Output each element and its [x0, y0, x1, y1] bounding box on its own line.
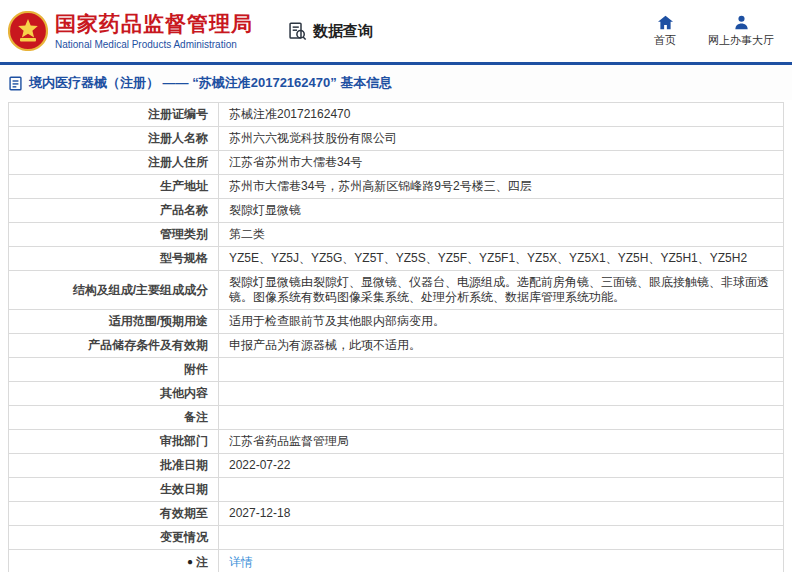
- row-value: [219, 526, 784, 550]
- row-label: 管理类别: [9, 223, 219, 247]
- table-row: 其他内容: [9, 382, 784, 406]
- row-value: 适用于检查眼前节及其他眼内部病变用。: [219, 310, 784, 334]
- row-label: 产品名称: [9, 199, 219, 223]
- row-value: [219, 382, 784, 406]
- document-icon: [8, 76, 23, 91]
- data-query-button[interactable]: 数据查询: [287, 21, 373, 42]
- row-value: [219, 358, 784, 382]
- row-label: 结构及组成/主要组成成分: [9, 271, 219, 310]
- row-value: [219, 406, 784, 430]
- row-value: 申报产品为有源器械，此项不适用。: [219, 334, 784, 358]
- national-emblem-logo: [8, 11, 48, 51]
- site-title: 国家药品监督管理局: [55, 12, 253, 35]
- row-label: 附件: [9, 358, 219, 382]
- data-query-label: 数据查询: [313, 22, 373, 41]
- row-value: 江苏省药品监督管理局: [219, 430, 784, 454]
- row-label: 适用范围/预期用途: [9, 310, 219, 334]
- table-row: 审批部门江苏省药品监督管理局: [9, 430, 784, 454]
- breadcrumb-text: 境内医疗器械（注册） —— “苏械注准20172162470” 基本信息: [29, 74, 392, 92]
- row-label: 备注: [9, 406, 219, 430]
- table-row: 管理类别第二类: [9, 223, 784, 247]
- table-row: 注册证编号苏械注准20172162470: [9, 103, 784, 127]
- row-label: 生效日期: [9, 478, 219, 502]
- row-label: 批准日期: [9, 454, 219, 478]
- row-label: 注册人名称: [9, 127, 219, 151]
- row-label: 注册证编号: [9, 103, 219, 127]
- table-row: 适用范围/预期用途适用于检查眼前节及其他眼内部病变用。: [9, 310, 784, 334]
- row-value: 裂隙灯显微镜由裂隙灯、显微镜、仪器台、电源组成。选配前房角镜、三面镜、眼底接触镜…: [219, 271, 784, 310]
- row-label: 产品储存条件及有效期: [9, 334, 219, 358]
- row-value: 苏州六六视觉科技股份有限公司: [219, 127, 784, 151]
- nav-hall-label: 网上办事大厅: [708, 33, 774, 48]
- row-label: 有效期至: [9, 502, 219, 526]
- row-value: YZ5E、YZ5J、YZ5G、YZ5T、YZ5S、YZ5F、YZ5F1、YZ5X…: [219, 247, 784, 271]
- header: 国家药品监督管理局 National Medical Products Admi…: [0, 0, 792, 62]
- table-row: 生产地址苏州市大儒巷34号，苏州高新区锦峰路9号2号楼三、四层: [9, 175, 784, 199]
- table-row: 附件: [9, 358, 784, 382]
- data-query-icon: [287, 21, 308, 42]
- row-label: 审批部门: [9, 430, 219, 454]
- nav-home-label: 首页: [654, 33, 676, 48]
- row-value: 苏州市大儒巷34号，苏州高新区锦峰路9号2号楼三、四层: [219, 175, 784, 199]
- table-row: 产品名称裂隙灯显微镜: [9, 199, 784, 223]
- nav-home[interactable]: 首页: [654, 15, 676, 48]
- row-value: 江苏省苏州市大儒巷34号: [219, 151, 784, 175]
- table-row: 结构及组成/主要组成成分裂隙灯显微镜由裂隙灯、显微镜、仪器台、电源组成。选配前房…: [9, 271, 784, 310]
- table-row: 批准日期2022-07-22: [9, 454, 784, 478]
- row-label: 其他内容: [9, 382, 219, 406]
- row-label: ●注: [9, 550, 219, 572]
- row-label: 型号规格: [9, 247, 219, 271]
- info-table: 注册证编号苏械注准20172162470注册人名称苏州六六视觉科技股份有限公司注…: [8, 102, 784, 572]
- row-value: 2027-12-18: [219, 502, 784, 526]
- brand: 国家药品监督管理局 National Medical Products Admi…: [8, 11, 253, 51]
- table-row: 备注: [9, 406, 784, 430]
- table-row: 有效期至2027-12-18: [9, 502, 784, 526]
- table-row: 注册人住所江苏省苏州市大儒巷34号: [9, 151, 784, 175]
- user-icon: [733, 15, 750, 30]
- row-value: 2022-07-22: [219, 454, 784, 478]
- breadcrumb: 境内医疗器械（注册） —— “苏械注准20172162470” 基本信息: [0, 65, 792, 100]
- row-value: 详情: [219, 550, 784, 572]
- table-row: 生效日期: [9, 478, 784, 502]
- table-row: 注册人名称苏州六六视觉科技股份有限公司: [9, 127, 784, 151]
- table-row: 变更情况: [9, 526, 784, 550]
- table-row: 型号规格YZ5E、YZ5J、YZ5G、YZ5T、YZ5S、YZ5F、YZ5F1、…: [9, 247, 784, 271]
- detail-link[interactable]: 详情: [229, 555, 253, 569]
- row-value: 裂隙灯显微镜: [219, 199, 784, 223]
- row-label: 注册人住所: [9, 151, 219, 175]
- row-value: 苏械注准20172162470: [219, 103, 784, 127]
- table-row: 产品储存条件及有效期申报产品为有源器械，此项不适用。: [9, 334, 784, 358]
- row-value: [219, 478, 784, 502]
- row-value: 第二类: [219, 223, 784, 247]
- note-bullet-icon: ●: [187, 554, 193, 569]
- home-icon: [657, 15, 674, 30]
- info-table-wrap: 注册证编号苏械注准20172162470注册人名称苏州六六视觉科技股份有限公司注…: [0, 100, 792, 572]
- brand-text: 国家药品监督管理局 National Medical Products Admi…: [55, 12, 253, 49]
- row-label: 生产地址: [9, 175, 219, 199]
- row-label: 变更情况: [9, 526, 219, 550]
- site-subtitle: National Medical Products Administration: [55, 39, 253, 50]
- top-nav: 首页 网上办事大厅: [654, 15, 778, 48]
- table-row: ●注详情: [9, 550, 784, 572]
- nav-service-hall[interactable]: 网上办事大厅: [708, 15, 774, 48]
